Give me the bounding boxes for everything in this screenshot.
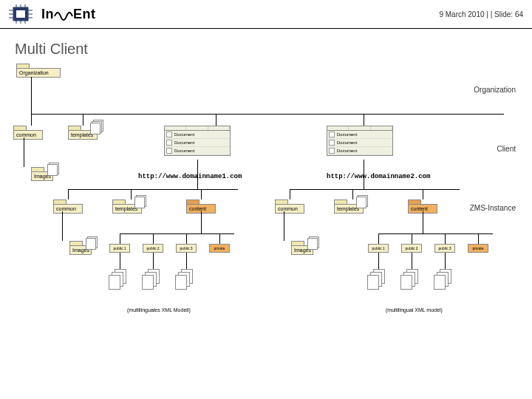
doc-label: Document	[174, 140, 194, 145]
folder-label: common	[13, 130, 43, 140]
slide-meta: 9 March 2010 | | Slide: 64	[439, 10, 523, 18]
connector	[62, 211, 63, 241]
connector	[216, 114, 216, 126]
url-domain2: http://www.domainname2.com	[327, 173, 430, 180]
svg-rect-1	[16, 10, 25, 18]
doc-label: Document	[337, 132, 357, 137]
folder-templates-2: templates	[334, 200, 364, 214]
doc-icon	[329, 140, 335, 146]
doc-label: Document	[337, 140, 357, 145]
connector	[219, 233, 220, 244]
folder-label: common	[53, 204, 83, 214]
chip-icon	[9, 4, 33, 24]
connector	[290, 189, 290, 200]
page-title: Multi Client	[0, 29, 532, 64]
logo-area: In Ent	[9, 4, 96, 24]
connector	[423, 189, 423, 200]
connector	[83, 114, 83, 126]
connector	[201, 189, 202, 200]
folder-label: Organization	[16, 68, 61, 78]
doc-label: Document	[174, 132, 194, 137]
folder-common-2: common	[275, 200, 304, 214]
browser-domain1: Document Document Document	[164, 126, 231, 156]
connector	[412, 233, 412, 244]
connector	[131, 189, 132, 200]
box-private-b: private	[468, 244, 488, 253]
label-organization: Organization	[474, 86, 516, 94]
folder-images-2: Images	[291, 241, 313, 255]
connector	[352, 189, 353, 200]
browser-domain2: Document Document Document	[327, 126, 393, 156]
header: In Ent 9 March 2010 | | Slide: 64	[0, 0, 532, 29]
connector	[364, 114, 364, 126]
connector	[68, 189, 238, 190]
box-public3-a: public 3	[176, 244, 197, 253]
connector	[201, 211, 202, 233]
connector	[378, 233, 493, 234]
box-public1-b: public 1	[368, 244, 389, 253]
folder-images-1: Images	[69, 241, 92, 255]
box-public1-a: public 1	[109, 244, 130, 253]
brand-logo: In Ent	[41, 7, 96, 22]
note-left: (multilinguales XML Modell)	[127, 307, 191, 313]
doc-label: Document	[174, 149, 194, 153]
connector	[186, 233, 187, 244]
doc-icon	[166, 132, 172, 137]
connector	[31, 77, 32, 114]
connector	[31, 114, 504, 115]
folder-images: Images	[31, 167, 53, 181]
connector	[120, 233, 120, 244]
wave-icon	[54, 7, 73, 21]
doc-icon	[329, 132, 335, 137]
connector	[423, 211, 423, 233]
label-client: Client	[497, 145, 516, 153]
connector	[478, 233, 479, 244]
doc-icon	[166, 148, 172, 154]
connector	[24, 137, 24, 167]
diagram: Organization Organization common templat…	[9, 64, 523, 381]
doc-label: Document	[337, 149, 357, 153]
folder-templates: templates	[68, 126, 98, 140]
connector	[378, 233, 379, 244]
folder-templates-1: templates	[112, 200, 142, 214]
connector	[290, 189, 460, 190]
connector	[364, 160, 364, 189]
url-domain1: http://www.domainname1.com	[138, 173, 242, 180]
connector	[197, 160, 198, 189]
box-public3-b: public 3	[434, 244, 455, 253]
folder-label: common	[275, 204, 304, 214]
connector	[68, 189, 69, 200]
connector	[120, 233, 234, 234]
connector	[284, 211, 284, 241]
doc-icon	[329, 148, 335, 154]
box-public2-b: public 2	[401, 244, 422, 253]
folder-common: common	[13, 126, 43, 140]
doc-icon	[166, 140, 172, 146]
box-public2-a: public 2	[143, 244, 163, 253]
folder-organization: Organization	[16, 64, 61, 78]
note-right: (multilingual XML model)	[386, 307, 443, 313]
connector	[445, 233, 446, 244]
label-zms: ZMS-Instance	[470, 204, 516, 212]
box-private-a: private	[209, 244, 230, 253]
folder-common-1: common	[53, 200, 83, 214]
connector	[31, 114, 32, 126]
connector	[153, 233, 154, 244]
